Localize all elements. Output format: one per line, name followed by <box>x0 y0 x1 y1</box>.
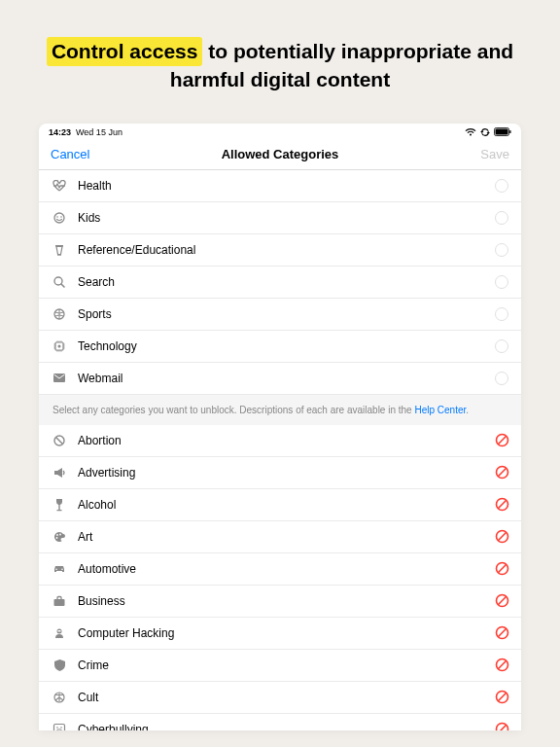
item-label: Alcohol <box>78 498 494 512</box>
blocked-icon <box>494 722 509 730</box>
blocked-icon <box>494 690 509 705</box>
svg-line-19 <box>498 468 506 476</box>
svg-point-28 <box>61 569 63 571</box>
blocked-icon <box>494 561 509 577</box>
list-item[interactable]: Business <box>39 586 521 618</box>
list-item[interactable]: Webmail <box>39 363 521 395</box>
svg-point-4 <box>56 216 58 218</box>
sports-icon <box>51 306 68 322</box>
item-label: Webmail <box>78 372 494 385</box>
item-label: Computer Hacking <box>78 626 494 640</box>
hero-rest: to potentially inappropriate and harmful… <box>170 40 513 90</box>
battery-icon <box>494 127 511 136</box>
item-label: Art <box>78 530 494 544</box>
svg-point-27 <box>55 569 57 571</box>
health-icon <box>51 178 68 194</box>
svg-rect-31 <box>54 599 65 606</box>
abortion-icon <box>51 433 68 448</box>
svg-rect-1 <box>496 129 508 135</box>
svg-rect-7 <box>57 254 61 255</box>
svg-point-44 <box>56 727 58 729</box>
allowed-list: HealthKidsReference/EducationalSearchSpo… <box>39 170 521 395</box>
search-icon <box>51 274 68 290</box>
svg-line-21 <box>498 500 506 508</box>
item-label: Abortion <box>78 434 494 447</box>
list-item[interactable]: Sports <box>39 299 521 331</box>
item-label: Technology <box>78 339 494 353</box>
svg-line-33 <box>498 596 506 604</box>
status-time: 14:23 <box>49 127 71 137</box>
note-text: Select any categories you want to unbloc… <box>52 405 414 415</box>
svg-line-26 <box>498 532 506 540</box>
svg-point-22 <box>56 534 58 536</box>
svg-point-23 <box>59 533 61 535</box>
blocked-icon <box>494 465 509 480</box>
device-frame: 14:23 Wed 15 Jun Cancel Allowed Categori… <box>39 124 521 730</box>
item-label: Reference/Educational <box>78 243 494 257</box>
save-button[interactable]: Save <box>395 147 509 161</box>
technology-icon <box>51 338 68 354</box>
list-item[interactable]: Technology <box>39 331 521 363</box>
hero-highlight: Control access <box>47 37 203 66</box>
reference-icon <box>51 242 68 258</box>
hacking-icon <box>51 625 68 641</box>
item-label: Health <box>78 179 494 193</box>
item-label: Search <box>78 275 494 289</box>
blocked-icon <box>494 625 509 641</box>
help-center-link[interactable]: Help Center <box>414 405 466 415</box>
list-item[interactable]: Kids <box>39 202 521 234</box>
svg-point-24 <box>56 537 58 539</box>
blocked-icon <box>494 529 509 545</box>
svg-line-39 <box>498 660 506 668</box>
list-item[interactable]: Abortion <box>39 425 521 457</box>
crime-icon <box>51 658 68 673</box>
svg-point-5 <box>60 216 62 218</box>
status-date: Wed 15 Jun <box>76 127 122 137</box>
list-item[interactable]: Computer Hacking <box>39 618 521 650</box>
svg-point-12 <box>58 344 61 347</box>
svg-line-37 <box>498 628 506 636</box>
svg-line-15 <box>56 437 63 444</box>
unchecked-icon <box>494 306 509 322</box>
note-after: . <box>466 405 469 415</box>
svg-line-42 <box>498 693 506 700</box>
blocked-list: AbortionAdvertisingAlcoholArtAutomotiveB… <box>39 425 521 730</box>
sync-icon <box>480 127 490 137</box>
cult-icon <box>51 690 68 705</box>
list-item[interactable]: Art <box>39 521 521 553</box>
list-item[interactable]: Search <box>39 267 521 299</box>
item-label: Cyberbullying <box>78 723 494 730</box>
blocked-icon <box>494 593 509 609</box>
list-item[interactable]: Cyberbullying <box>39 714 521 730</box>
item-label: Cult <box>78 691 494 704</box>
unchecked-icon <box>494 338 509 354</box>
section-note: Select any categories you want to unbloc… <box>39 395 521 425</box>
alcohol-icon <box>51 497 68 513</box>
item-label: Business <box>78 594 494 608</box>
list-item[interactable]: Cult <box>39 682 521 714</box>
blocked-icon <box>494 433 509 448</box>
list-item[interactable]: Health <box>39 170 521 202</box>
svg-line-9 <box>61 284 64 287</box>
list-item[interactable]: Automotive <box>39 553 521 586</box>
blocked-icon <box>494 658 509 673</box>
item-label: Kids <box>78 211 494 225</box>
status-bar: 14:23 Wed 15 Jun <box>39 124 521 139</box>
item-label: Automotive <box>78 562 494 576</box>
item-label: Sports <box>78 307 494 321</box>
cyberbullying-icon <box>51 722 68 730</box>
blocked-icon <box>494 497 509 513</box>
unchecked-icon <box>494 242 509 258</box>
art-icon <box>51 529 68 545</box>
cancel-button[interactable]: Cancel <box>51 147 165 161</box>
advertising-icon <box>51 465 68 480</box>
kids-icon <box>51 210 68 226</box>
automotive-icon <box>51 561 68 577</box>
list-item[interactable]: Crime <box>39 650 521 682</box>
list-item[interactable]: Advertising <box>39 457 521 489</box>
list-item[interactable]: Reference/Educational <box>39 234 521 267</box>
item-label: Crime <box>78 658 494 672</box>
list-item[interactable]: Alcohol <box>39 489 521 521</box>
svg-rect-2 <box>509 130 510 133</box>
svg-point-3 <box>54 213 64 223</box>
